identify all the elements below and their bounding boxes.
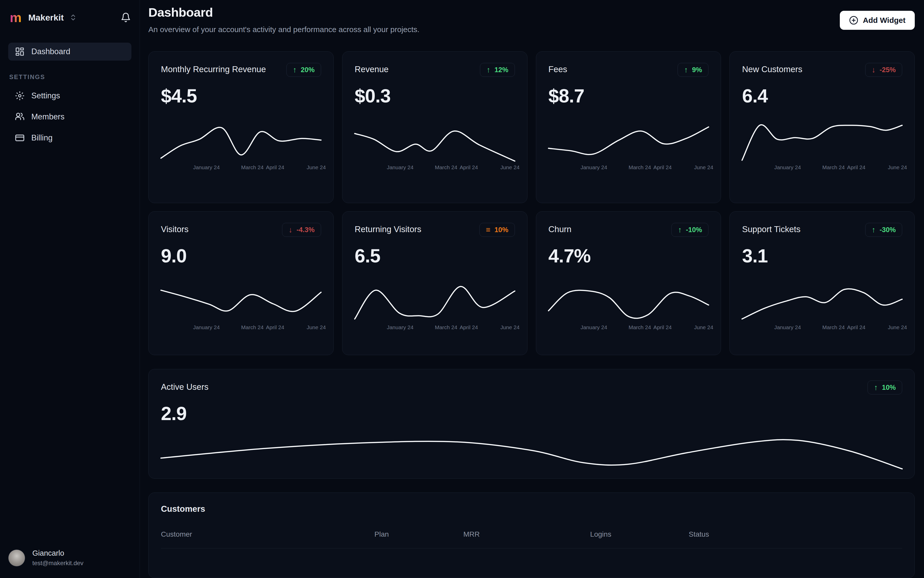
trend-badge: ↓ -4.3%	[282, 223, 321, 237]
metric-value: $4.5	[161, 85, 321, 107]
x-axis-label: April 24	[460, 164, 478, 170]
trend-neutral-icon: ≡	[486, 226, 491, 234]
sparkline-chart: January 24 March 24 April 24 June 24	[548, 281, 708, 332]
x-axis-label: April 24	[460, 324, 478, 330]
trend-badge: ≡ 10%	[480, 223, 515, 237]
x-axis-label: January 24	[580, 324, 607, 330]
metric-value: 4.7%	[548, 245, 708, 267]
x-axis-label: March 24	[629, 324, 651, 330]
x-axis-label: January 24	[387, 324, 413, 330]
trend-badge: ↑ 10%	[867, 380, 902, 395]
metric-card-new-customers: New Customers ↓ -25% 6.4 January 24 Marc…	[729, 51, 915, 203]
x-axis-label: June 24	[500, 324, 519, 330]
metric-value: 9.0	[161, 245, 321, 267]
column-header-customer: Customer	[161, 530, 374, 539]
trend-icon: ↑	[684, 66, 688, 74]
trend-icon: ↑	[678, 226, 682, 234]
metric-value: 6.4	[742, 85, 902, 107]
metric-card-returning-visitors: Returning Visitors ≡ 10% 6.5 January 24 …	[342, 211, 527, 355]
trend-value: 12%	[494, 66, 508, 74]
metric-value: 3.1	[742, 245, 902, 267]
credit-card-icon	[15, 133, 24, 143]
plus-circle-icon	[849, 16, 858, 25]
gear-icon	[15, 91, 24, 101]
trend-badge: ↑ 20%	[287, 63, 321, 77]
active-users-chart: December 23 January 24 February 24 March…	[161, 436, 902, 479]
dashboard-grid-icon	[15, 47, 24, 57]
metric-value: $0.3	[355, 85, 515, 107]
column-header-logins: Logins	[590, 530, 689, 539]
x-axis-label: June 24	[694, 324, 713, 330]
x-axis-label: January 24	[580, 164, 607, 170]
x-axis-label: June 24	[500, 164, 519, 170]
x-axis-label: April 24	[847, 324, 865, 330]
settings-nav: Settings Members Billing	[8, 87, 131, 147]
sidebar-item-billing[interactable]: Billing	[8, 129, 131, 147]
customers-card: Customers Customer Plan MRR Logins Statu…	[148, 492, 915, 578]
card-title: Active Users	[161, 380, 208, 392]
x-axis-label: March 24	[822, 164, 845, 170]
trend-value: -30%	[880, 226, 896, 234]
page-header: Dashboard An overview of your account's …	[148, 5, 915, 34]
customers-table-header: Customer Plan MRR Logins Status	[161, 530, 902, 549]
trend-value: 20%	[301, 66, 314, 74]
metric-card-mrr: Monthly Recurring Revenue ↑ 20% $4.5 Jan…	[148, 51, 334, 203]
sparkline-chart: January 24 March 24 April 24 June 24	[548, 121, 708, 172]
trend-value: 9%	[692, 66, 702, 74]
x-axis-label: March 24	[435, 324, 457, 330]
metric-card-churn: Churn ↑ -10% 4.7% January 24 March 24 Ap…	[536, 211, 721, 355]
sparkline-chart: January 24 March 24 April 24 June 24	[742, 281, 902, 332]
x-axis-label: January 24	[774, 324, 801, 330]
sidebar-item-members[interactable]: Members	[8, 108, 131, 126]
x-axis-label: March 24	[241, 324, 264, 330]
customers-title: Customers	[161, 504, 902, 514]
x-axis-label: April 24	[266, 324, 284, 330]
primary-nav: Dashboard	[8, 43, 131, 61]
bell-icon	[121, 12, 131, 23]
notifications-bell-button[interactable]	[120, 12, 131, 23]
card-title: New Customers	[742, 63, 802, 74]
x-axis-label: January 24	[193, 164, 220, 170]
trend-value: -25%	[880, 66, 896, 74]
makerkit-logo: m	[10, 11, 21, 24]
sparkline-chart: January 24 March 24 April 24 June 24	[161, 281, 321, 332]
card-title: Support Tickets	[742, 223, 800, 234]
x-axis-label: January 24	[387, 164, 413, 170]
user-profile[interactable]: Giancarlo test@makerkit.dev	[8, 549, 131, 567]
trend-value: -4.3%	[297, 226, 314, 234]
metric-card-visitors: Visitors ↓ -4.3% 9.0 January 24 March 24…	[148, 211, 334, 355]
column-header-mrr: MRR	[463, 530, 590, 539]
trend-icon: ↓	[289, 226, 292, 234]
sidebar-item-settings[interactable]: Settings	[8, 87, 131, 105]
trend-badge: ↑ 9%	[678, 63, 708, 77]
workspace-name: Makerkit	[28, 13, 64, 23]
add-widget-button[interactable]: Add Widget	[840, 11, 915, 30]
trend-icon: ↑	[293, 66, 297, 74]
sidebar-item-label: Dashboard	[31, 47, 70, 56]
trend-value: 10%	[494, 226, 508, 234]
trend-icon: ↓	[872, 66, 875, 74]
metric-card-fees: Fees ↑ 9% $8.7 January 24 March 24 April…	[536, 51, 721, 203]
metric-value: 6.5	[355, 245, 515, 267]
sidebar: m Makerkit Dashboard SETTINGS Settings M…	[0, 0, 140, 578]
chevrons-up-down-icon	[69, 14, 77, 21]
sparkline-chart: January 24 March 24 April 24 June 24	[742, 121, 902, 172]
page-title: Dashboard	[148, 5, 420, 19]
x-axis-label: March 24	[629, 164, 651, 170]
card-title: Churn	[548, 223, 572, 234]
users-icon	[15, 112, 24, 122]
workspace-selector[interactable]: m Makerkit	[8, 9, 131, 26]
trend-badge: ↑ -30%	[865, 223, 902, 237]
sidebar-item-dashboard[interactable]: Dashboard	[8, 43, 131, 61]
sidebar-item-label: Settings	[31, 91, 60, 101]
metric-value: 2.9	[161, 403, 902, 424]
metric-value: $8.7	[548, 85, 708, 107]
trend-value: 10%	[882, 384, 896, 391]
sparkline-chart: January 24 March 24 April 24 June 24	[355, 121, 515, 172]
x-axis-label: March 24	[435, 164, 457, 170]
x-axis-label: June 24	[694, 164, 713, 170]
x-axis-label: April 24	[653, 164, 672, 170]
card-title: Returning Visitors	[355, 223, 421, 234]
metric-card-support-tickets: Support Tickets ↑ -30% 3.1 January 24 Ma…	[729, 211, 915, 355]
card-title: Fees	[548, 63, 567, 74]
